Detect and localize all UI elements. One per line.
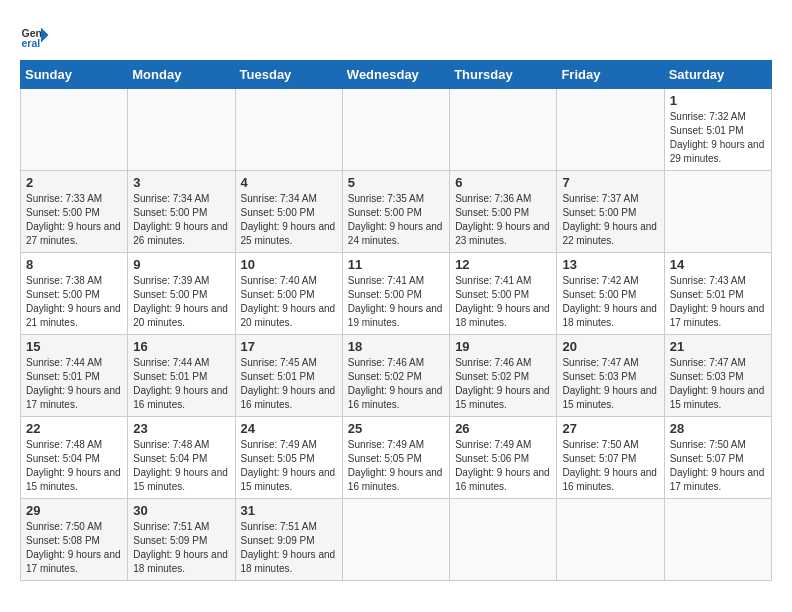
day-detail: Sunrise: 7:33 AMSunset: 5:00 PMDaylight:… [26,192,122,248]
day-detail: Sunrise: 7:43 AMSunset: 5:01 PMDaylight:… [670,274,766,330]
day-number: 28 [670,421,766,436]
header-day-monday: Monday [128,61,235,89]
day-detail: Sunrise: 7:34 AMSunset: 5:00 PMDaylight:… [241,192,337,248]
calendar-cell [664,499,771,581]
day-number: 1 [670,93,766,108]
day-detail: Sunrise: 7:46 AMSunset: 5:02 PMDaylight:… [455,356,551,412]
day-detail: Sunrise: 7:50 AMSunset: 5:07 PMDaylight:… [670,438,766,494]
day-number: 3 [133,175,229,190]
day-detail: Sunrise: 7:35 AMSunset: 5:00 PMDaylight:… [348,192,444,248]
calendar-cell: 25Sunrise: 7:49 AMSunset: 5:05 PMDayligh… [342,417,449,499]
calendar-cell: 24Sunrise: 7:49 AMSunset: 5:05 PMDayligh… [235,417,342,499]
day-detail: Sunrise: 7:50 AMSunset: 5:08 PMDaylight:… [26,520,122,576]
day-number: 20 [562,339,658,354]
calendar-table: SundayMondayTuesdayWednesdayThursdayFrid… [20,60,772,581]
calendar-header: SundayMondayTuesdayWednesdayThursdayFrid… [21,61,772,89]
calendar-cell: 12Sunrise: 7:41 AMSunset: 5:00 PMDayligh… [450,253,557,335]
week-row-2: 8Sunrise: 7:38 AMSunset: 5:00 PMDaylight… [21,253,772,335]
day-number: 22 [26,421,122,436]
calendar-cell: 11Sunrise: 7:41 AMSunset: 5:00 PMDayligh… [342,253,449,335]
calendar-cell: 16Sunrise: 7:44 AMSunset: 5:01 PMDayligh… [128,335,235,417]
calendar-cell: 13Sunrise: 7:42 AMSunset: 5:00 PMDayligh… [557,253,664,335]
calendar-cell [21,89,128,171]
day-number: 9 [133,257,229,272]
day-number: 24 [241,421,337,436]
calendar-cell: 15Sunrise: 7:44 AMSunset: 5:01 PMDayligh… [21,335,128,417]
calendar-cell: 10Sunrise: 7:40 AMSunset: 5:00 PMDayligh… [235,253,342,335]
calendar-cell: 31Sunrise: 7:51 AMSunset: 9:09 PMDayligh… [235,499,342,581]
calendar-cell: 17Sunrise: 7:45 AMSunset: 5:01 PMDayligh… [235,335,342,417]
day-detail: Sunrise: 7:45 AMSunset: 5:01 PMDaylight:… [241,356,337,412]
header-day-sunday: Sunday [21,61,128,89]
day-number: 19 [455,339,551,354]
day-number: 21 [670,339,766,354]
header-day-thursday: Thursday [450,61,557,89]
calendar-cell: 20Sunrise: 7:47 AMSunset: 5:03 PMDayligh… [557,335,664,417]
day-number: 18 [348,339,444,354]
svg-text:eral: eral [22,37,41,49]
calendar-cell [450,499,557,581]
calendar-cell [342,499,449,581]
day-number: 11 [348,257,444,272]
header: Gen eral [20,20,772,50]
day-detail: Sunrise: 7:41 AMSunset: 5:00 PMDaylight:… [455,274,551,330]
day-detail: Sunrise: 7:44 AMSunset: 5:01 PMDaylight:… [133,356,229,412]
day-number: 29 [26,503,122,518]
header-day-saturday: Saturday [664,61,771,89]
day-number: 10 [241,257,337,272]
day-number: 15 [26,339,122,354]
day-detail: Sunrise: 7:50 AMSunset: 5:07 PMDaylight:… [562,438,658,494]
day-detail: Sunrise: 7:40 AMSunset: 5:00 PMDaylight:… [241,274,337,330]
day-number: 8 [26,257,122,272]
calendar-cell: 8Sunrise: 7:38 AMSunset: 5:00 PMDaylight… [21,253,128,335]
day-number: 31 [241,503,337,518]
logo: Gen eral [20,20,54,50]
day-number: 5 [348,175,444,190]
calendar-cell [557,89,664,171]
header-day-friday: Friday [557,61,664,89]
day-detail: Sunrise: 7:51 AMSunset: 5:09 PMDaylight:… [133,520,229,576]
day-detail: Sunrise: 7:47 AMSunset: 5:03 PMDaylight:… [562,356,658,412]
day-number: 6 [455,175,551,190]
day-number: 23 [133,421,229,436]
calendar-cell: 23Sunrise: 7:48 AMSunset: 5:04 PMDayligh… [128,417,235,499]
week-row-3: 15Sunrise: 7:44 AMSunset: 5:01 PMDayligh… [21,335,772,417]
calendar-cell: 30Sunrise: 7:51 AMSunset: 5:09 PMDayligh… [128,499,235,581]
day-detail: Sunrise: 7:36 AMSunset: 5:00 PMDaylight:… [455,192,551,248]
calendar-cell: 5Sunrise: 7:35 AMSunset: 5:00 PMDaylight… [342,171,449,253]
calendar-cell [342,89,449,171]
calendar-cell: 21Sunrise: 7:47 AMSunset: 5:03 PMDayligh… [664,335,771,417]
day-number: 25 [348,421,444,436]
day-number: 17 [241,339,337,354]
day-number: 7 [562,175,658,190]
week-row-4: 22Sunrise: 7:48 AMSunset: 5:04 PMDayligh… [21,417,772,499]
calendar-cell: 2Sunrise: 7:33 AMSunset: 5:00 PMDaylight… [21,171,128,253]
day-detail: Sunrise: 7:49 AMSunset: 5:06 PMDaylight:… [455,438,551,494]
day-number: 12 [455,257,551,272]
calendar-cell: 19Sunrise: 7:46 AMSunset: 5:02 PMDayligh… [450,335,557,417]
day-detail: Sunrise: 7:42 AMSunset: 5:00 PMDaylight:… [562,274,658,330]
header-day-tuesday: Tuesday [235,61,342,89]
calendar-cell [450,89,557,171]
calendar-cell: 29Sunrise: 7:50 AMSunset: 5:08 PMDayligh… [21,499,128,581]
calendar-cell: 28Sunrise: 7:50 AMSunset: 5:07 PMDayligh… [664,417,771,499]
day-number: 2 [26,175,122,190]
day-detail: Sunrise: 7:44 AMSunset: 5:01 PMDaylight:… [26,356,122,412]
week-row-1: 2Sunrise: 7:33 AMSunset: 5:00 PMDaylight… [21,171,772,253]
calendar-cell: 7Sunrise: 7:37 AMSunset: 5:00 PMDaylight… [557,171,664,253]
day-number: 27 [562,421,658,436]
day-detail: Sunrise: 7:34 AMSunset: 5:00 PMDaylight:… [133,192,229,248]
calendar-cell: 22Sunrise: 7:48 AMSunset: 5:04 PMDayligh… [21,417,128,499]
day-detail: Sunrise: 7:41 AMSunset: 5:00 PMDaylight:… [348,274,444,330]
svg-marker-2 [41,28,49,43]
day-detail: Sunrise: 7:37 AMSunset: 5:00 PMDaylight:… [562,192,658,248]
day-detail: Sunrise: 7:39 AMSunset: 5:00 PMDaylight:… [133,274,229,330]
week-row-5: 29Sunrise: 7:50 AMSunset: 5:08 PMDayligh… [21,499,772,581]
day-detail: Sunrise: 7:32 AMSunset: 5:01 PMDaylight:… [670,110,766,166]
day-detail: Sunrise: 7:38 AMSunset: 5:00 PMDaylight:… [26,274,122,330]
day-detail: Sunrise: 7:47 AMSunset: 5:03 PMDaylight:… [670,356,766,412]
logo-icon: Gen eral [20,20,50,50]
calendar-cell: 4Sunrise: 7:34 AMSunset: 5:00 PMDaylight… [235,171,342,253]
day-number: 13 [562,257,658,272]
day-detail: Sunrise: 7:48 AMSunset: 5:04 PMDaylight:… [26,438,122,494]
